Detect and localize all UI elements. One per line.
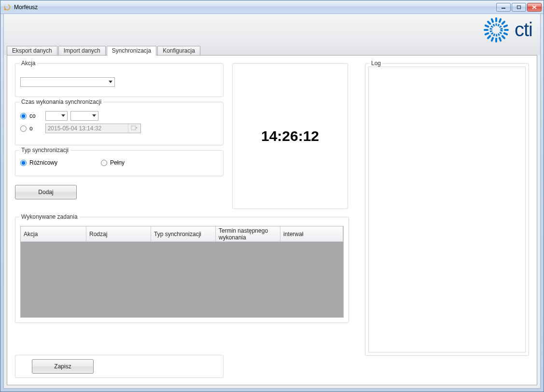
action-combo[interactable] bbox=[20, 77, 115, 87]
chevron-down-icon bbox=[60, 112, 66, 119]
svg-rect-10 bbox=[498, 37, 502, 42]
client-area: cti Eksport danych Import danych Synchro… bbox=[3, 14, 541, 389]
radio-type-full[interactable] bbox=[101, 160, 107, 166]
group-sync-type: Typ synchronizacji Różnicowy Pełny bbox=[15, 150, 223, 176]
svg-rect-18 bbox=[490, 18, 494, 23]
col-action[interactable]: Akcja bbox=[21, 226, 86, 241]
radio-type-diff-label: Różnicowy bbox=[29, 159, 57, 166]
interval-unit-combo[interactable] bbox=[70, 111, 98, 121]
datetime-picker[interactable]: 2015-05-04 13:14:32 bbox=[45, 124, 141, 133]
col-kind[interactable]: Rodzaj bbox=[86, 226, 151, 241]
svg-rect-20 bbox=[131, 126, 136, 130]
save-button-label: Zapisz bbox=[54, 363, 71, 370]
brand-logo: cti bbox=[483, 16, 532, 43]
log-textarea[interactable] bbox=[368, 67, 526, 352]
group-sync-type-legend: Typ synchronizacji bbox=[19, 147, 70, 154]
col-nextrun[interactable]: Termin następnego wykonania bbox=[216, 226, 280, 241]
titlebar[interactable]: Morfeusz bbox=[0, 0, 544, 14]
svg-rect-3 bbox=[495, 17, 497, 22]
group-action-legend: Akcja bbox=[19, 60, 37, 67]
svg-rect-16 bbox=[484, 24, 489, 28]
interval-value-combo[interactable] bbox=[45, 111, 68, 121]
radio-interval-every[interactable] bbox=[20, 113, 27, 119]
header-strip: cti bbox=[4, 14, 540, 45]
tasks-table-body[interactable] bbox=[21, 242, 343, 317]
radio-type-full-label: Pełny bbox=[110, 159, 125, 166]
save-button[interactable]: Zapisz bbox=[32, 359, 94, 374]
group-save: Zapisz bbox=[15, 355, 223, 378]
window-title: Morfeusz bbox=[14, 4, 38, 11]
svg-rect-14 bbox=[484, 32, 489, 36]
col-interval[interactable]: interwał bbox=[280, 226, 343, 241]
svg-rect-13 bbox=[487, 34, 491, 39]
tab-strip: Eksport danych Import danych Synchroniza… bbox=[4, 45, 540, 55]
radio-interval-every-label: co bbox=[29, 112, 36, 119]
svg-rect-12 bbox=[490, 37, 494, 42]
tasks-table[interactable]: Akcja Rodzaj Typ synchronizacji Termin n… bbox=[20, 226, 344, 318]
clock-panel: 14:26:12 bbox=[232, 63, 348, 209]
close-button[interactable] bbox=[527, 3, 542, 12]
group-log: Log bbox=[365, 63, 529, 356]
group-tasks: Wykonywane zadania Akcja Rodzaj Typ sync… bbox=[15, 217, 349, 323]
col-synctype[interactable]: Typ synchronizacji bbox=[151, 226, 216, 241]
calendar-dropdown-icon bbox=[128, 124, 140, 133]
svg-rect-17 bbox=[487, 20, 491, 25]
globe-icon bbox=[483, 16, 510, 43]
sync-left-column: Akcja Czas wykonania synchronizacji co bbox=[15, 63, 223, 213]
window-controls bbox=[496, 3, 542, 12]
minimize-button[interactable] bbox=[496, 3, 511, 12]
tab-export[interactable]: Eksport danych bbox=[7, 46, 57, 56]
radio-interval-at[interactable] bbox=[20, 126, 27, 132]
svg-rect-5 bbox=[501, 20, 506, 25]
svg-point-19 bbox=[491, 25, 502, 35]
svg-rect-11 bbox=[495, 38, 497, 42]
group-action: Akcja bbox=[15, 63, 223, 97]
tab-sync[interactable]: Synchronizacja bbox=[107, 46, 156, 56]
app-window: Morfeusz bbox=[0, 0, 544, 392]
group-log-legend: Log bbox=[369, 60, 383, 67]
svg-rect-15 bbox=[484, 29, 488, 31]
tab-config[interactable]: Konfiguracja bbox=[157, 46, 200, 56]
maximize-button[interactable] bbox=[512, 3, 526, 12]
radio-interval-at-label: o bbox=[29, 125, 33, 132]
brand-text: cti bbox=[515, 19, 532, 41]
group-interval: Czas wykonania synchronizacji co bbox=[15, 102, 223, 145]
svg-rect-6 bbox=[503, 24, 508, 28]
svg-rect-4 bbox=[498, 18, 502, 23]
tasks-table-header: Akcja Rodzaj Typ synchronizacji Termin n… bbox=[21, 226, 343, 242]
group-tasks-legend: Wykonywane zadania bbox=[19, 213, 80, 220]
svg-rect-7 bbox=[504, 29, 509, 31]
log-panel-wrap: Log bbox=[365, 63, 529, 356]
tab-panel-sync: Akcja Czas wykonania synchronizacji co bbox=[7, 55, 537, 385]
add-button-label: Dodaj bbox=[38, 189, 53, 196]
svg-rect-8 bbox=[503, 32, 508, 36]
add-button[interactable]: Dodaj bbox=[15, 185, 77, 199]
app-icon bbox=[3, 3, 11, 11]
tab-import[interactable]: Import danych bbox=[58, 46, 106, 56]
chevron-down-icon bbox=[91, 112, 97, 119]
svg-rect-9 bbox=[501, 34, 506, 39]
radio-type-diff[interactable] bbox=[20, 160, 27, 166]
svg-rect-2 bbox=[517, 6, 521, 9]
group-interval-legend: Czas wykonania synchronizacji bbox=[19, 98, 103, 105]
clock-time: 14:26:12 bbox=[261, 128, 319, 144]
chevron-down-icon bbox=[108, 79, 113, 85]
datetime-value: 2015-05-04 13:14:32 bbox=[46, 125, 103, 132]
